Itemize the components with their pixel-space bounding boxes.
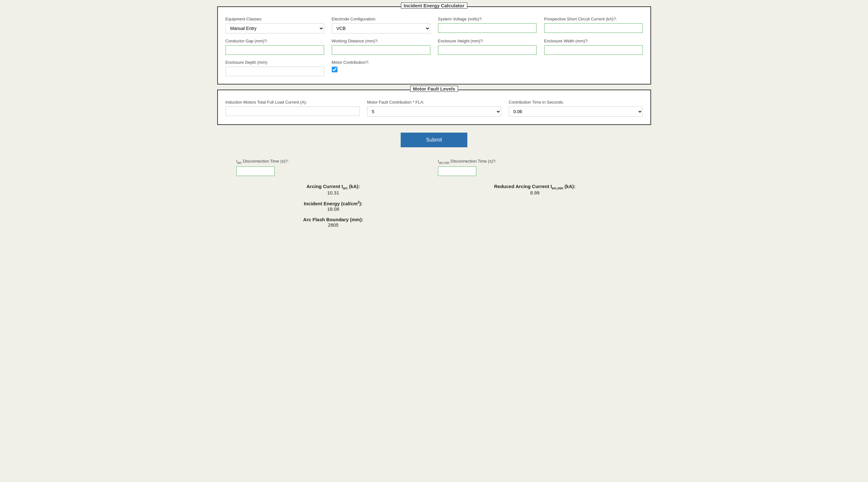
enclosure-depth-input[interactable]: 350 (225, 67, 324, 76)
working-distance-group: Working Distance (mm)?: 450 (332, 39, 430, 55)
arc-flash-boundary-value: 2805 (237, 222, 430, 228)
output-grid: Arcing Current Iarc (kA): 10.31 Incident… (217, 184, 651, 228)
system-voltage-input[interactable]: 400 (438, 23, 536, 33)
electrode-config-select[interactable]: VCB VCBB HCB VOA HOA (332, 23, 430, 33)
arcing-current-value: 10.31 (237, 190, 430, 195)
submit-button[interactable]: Submit (401, 133, 468, 147)
enclosure-width-group: Enclosure Width (mm)?: 500 (544, 39, 643, 55)
incident-energy-item: Incident Energy (cal/cm2): 18.08 (237, 200, 430, 212)
incident-energy-title: Incident Energy Calculator (401, 3, 467, 9)
enclosure-width-label: Enclosure Width (mm)?: (544, 39, 643, 43)
system-voltage-group: System Voltage (volts)?: 400 (438, 17, 536, 33)
induction-motors-group: Induction Motors Total Full Load Current… (225, 100, 360, 117)
submit-container: Submit (217, 133, 651, 147)
equipment-classes-group: Equipment Classes: Manual Entry Low Volt… (225, 17, 324, 33)
enclosure-depth-group: Enclosure Depth (mm): 350 (225, 60, 324, 76)
motor-fault-title: Motor Fault Levels (410, 86, 458, 92)
motor-contribution-group: Motor Contribution?: (332, 60, 430, 76)
electrode-config-group: Electrode Configuration: VCB VCBB HCB VO… (332, 17, 430, 33)
working-distance-label: Working Distance (mm)?: (332, 39, 430, 43)
motor-contribution-label: Motor Contribution?: (332, 60, 430, 65)
left-output-block: Arcing Current Iarc (kA): 10.31 Incident… (237, 184, 430, 228)
fault-contribution-group: Motor Fault Contribution * FLA: 1 2 3 4 … (367, 100, 501, 117)
iarc-min-disconnection-group: Iarc,min Disconnection Time (s)?: 0.75 (438, 159, 632, 176)
enclosure-height-group: Enclosure Height (mm)?: 600 (438, 39, 536, 55)
contribution-time-group: Contribution Time in Seconds: 0.02 0.04 … (509, 100, 643, 117)
reduced-arcing-current-item: Reduced Arcing Current Iarc,min (kA): 8.… (438, 184, 632, 195)
short-circuit-current-group: Prospective Short Circuit Current (kA)?:… (544, 17, 643, 33)
contribution-time-select[interactable]: 0.02 0.04 0.06 0.08 0.10 0.20 (509, 106, 643, 117)
iarc-min-disconnection-label: Iarc,min Disconnection Time (s)?: (438, 159, 632, 164)
contribution-time-label: Contribution Time in Seconds: (509, 100, 643, 104)
arcing-current-item: Arcing Current Iarc (kA): 10.31 (237, 184, 430, 195)
reduced-arcing-current-value: 8.99 (438, 190, 632, 195)
incident-energy-calculator-section: Incident Energy Calculator Equipment Cla… (217, 6, 651, 85)
arc-flash-boundary-label: Arc Flash Boundary (mm): (237, 217, 430, 222)
system-voltage-label: System Voltage (volts)?: (438, 17, 536, 21)
results-section: Iarc Disconnection Time (s)?: 0.7 Iarc,m… (217, 154, 651, 233)
conductor-gap-input[interactable]: 32 (225, 45, 324, 55)
induction-motors-label: Induction Motors Total Full Load Current… (225, 100, 360, 104)
iarc-disconnection-group: Iarc Disconnection Time (s)?: 0.7 (237, 159, 430, 176)
equipment-classes-select[interactable]: Manual Entry Low Voltage Switchgear Medi… (225, 23, 324, 33)
enclosure-depth-label: Enclosure Depth (mm): (225, 60, 324, 65)
short-circuit-current-label: Prospective Short Circuit Current (kA)?: (544, 17, 643, 21)
enclosure-height-input[interactable]: 600 (438, 45, 536, 55)
equipment-classes-label: Equipment Classes: (225, 17, 324, 21)
reduced-arcing-current-label: Reduced Arcing Current Iarc,min (kA): (438, 184, 632, 190)
conductor-gap-group: Conductor Gap (mm)?: 32 (225, 39, 324, 55)
arcing-current-label: Arcing Current Iarc (kA): (237, 184, 430, 190)
induction-motors-input[interactable]: 500 (225, 106, 360, 116)
working-distance-input[interactable]: 450 (332, 45, 430, 55)
right-output-block: Reduced Arcing Current Iarc,min (kA): 8.… (438, 184, 632, 228)
incident-energy-label: Incident Energy (cal/cm2): (237, 200, 430, 206)
enclosure-height-label: Enclosure Height (mm)?: (438, 39, 536, 43)
conductor-gap-label: Conductor Gap (mm)?: (225, 39, 324, 43)
electrode-config-label: Electrode Configuration: (332, 17, 430, 21)
iarc-disconnection-input[interactable]: 0.7 (237, 166, 275, 176)
arc-flash-boundary-item: Arc Flash Boundary (mm): 2805 (237, 217, 430, 228)
disconnection-grid: Iarc Disconnection Time (s)?: 0.7 Iarc,m… (217, 159, 651, 176)
enclosure-width-input[interactable]: 500 (544, 45, 643, 55)
short-circuit-current-input[interactable]: 15 (544, 23, 643, 33)
iarc-disconnection-label: Iarc Disconnection Time (s)?: (237, 159, 430, 164)
iarc-min-disconnection-input[interactable]: 0.75 (438, 166, 476, 176)
fault-contribution-select[interactable]: 1 2 3 4 5 6 7 8 (367, 106, 501, 117)
incident-energy-value: 18.08 (237, 206, 430, 212)
motor-contribution-checkbox[interactable] (332, 67, 338, 72)
fault-contribution-label: Motor Fault Contribution * FLA: (367, 100, 501, 104)
motor-fault-levels-section: Motor Fault Levels Induction Motors Tota… (217, 90, 651, 125)
